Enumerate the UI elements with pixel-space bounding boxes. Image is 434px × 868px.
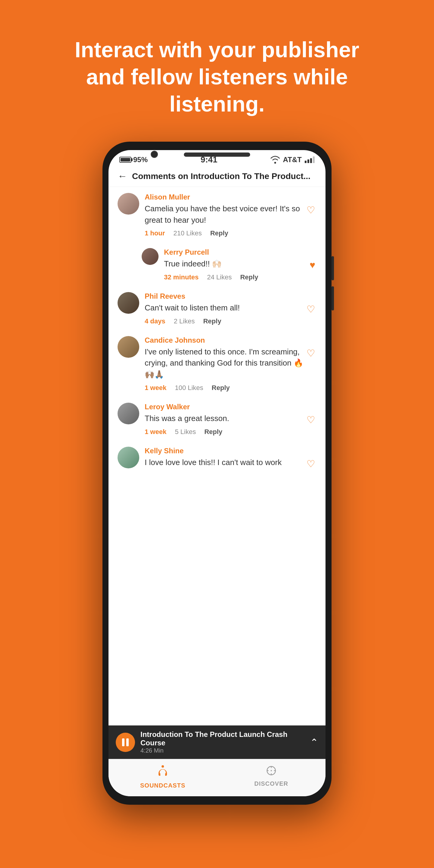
app-bar-title: Comments on Introduction To The Product.…: [132, 172, 310, 181]
battery-status: 95%: [119, 156, 148, 164]
comment-author: Kerry Purcell: [164, 248, 316, 256]
comment-body: Alison Muller Camelia you have the best …: [145, 193, 316, 237]
phone-frame: 95% 9:41 AT&T ←: [102, 142, 332, 805]
comment-text: This was a great lesson.: [145, 413, 305, 424]
comment-item: Phil Reeves Can't wait to listen them al…: [118, 292, 316, 325]
avatar: [118, 447, 139, 468]
avatar: [118, 292, 139, 314]
mini-player-info: Introduction To The Product Launch Crash…: [141, 730, 305, 754]
comment-meta: 32 minutes 24 Likes Reply: [164, 273, 308, 281]
mini-player: Introduction To The Product Launch Crash…: [108, 725, 326, 759]
bottom-nav: SOUNDCASTS DISCOVER: [108, 759, 326, 796]
comment-author: Kelly Shine: [145, 447, 316, 455]
avatar: [142, 248, 158, 265]
signal-bars: [305, 156, 315, 163]
comment-body: Kerry Purcell True indeed!! 🙌🏻 32 minute…: [164, 248, 316, 281]
pause-button[interactable]: [116, 733, 135, 752]
comment-row: This was a great lesson. 1 week 5 Likes …: [145, 413, 316, 436]
carrier-name: AT&T: [283, 156, 302, 164]
reply-button[interactable]: Reply: [203, 317, 221, 325]
discover-label: DISCOVER: [254, 780, 288, 787]
phone-wrapper: 95% 9:41 AT&T ←: [102, 142, 332, 805]
like-button[interactable]: ♡: [305, 203, 316, 237]
like-button[interactable]: ♡: [305, 302, 316, 325]
comment-text: True indeed!! 🙌🏻: [164, 258, 308, 270]
comment-likes: 210 Likes: [173, 229, 202, 237]
comment-row: Camelia you have the best voice ever! It…: [145, 203, 316, 237]
discover-icon: [266, 765, 277, 778]
pause-icon: [122, 738, 129, 746]
like-button[interactable]: ♡: [305, 457, 316, 472]
status-right: AT&T: [270, 156, 315, 164]
camera-notch: [184, 153, 250, 157]
comment-time: 1 week: [145, 384, 166, 392]
phone-screen: 95% 9:41 AT&T ←: [108, 150, 326, 796]
comment-meta: 1 week 5 Likes Reply: [145, 428, 305, 436]
camera-dot: [151, 151, 158, 158]
comment-row: I love love love this!! I can't wait to …: [145, 457, 316, 472]
comment-item: Candice Johnson I've only listened to th…: [118, 336, 316, 392]
comment-author: Phil Reeves: [145, 292, 316, 301]
avatar: [118, 193, 139, 215]
comments-list: Alison Muller Camelia you have the best …: [108, 187, 326, 725]
comment-body: Phil Reeves Can't wait to listen them al…: [145, 292, 316, 325]
comment-text: Can't wait to listen them all!: [145, 302, 305, 314]
mini-player-duration: 4:26 Min: [141, 747, 305, 754]
comment-item: Alison Muller Camelia you have the best …: [118, 193, 316, 237]
comment-row: Can't wait to listen them all! 4 days 2 …: [145, 302, 316, 325]
like-button[interactable]: ♥: [308, 258, 316, 281]
comment-text: I've only listened to this once. I'm scr…: [145, 346, 305, 380]
soundcasts-label: SOUNDCASTS: [140, 782, 185, 789]
nav-item-soundcasts[interactable]: SOUNDCASTS: [108, 759, 217, 796]
comment-time: 4 days: [145, 317, 165, 325]
comment-body: Candice Johnson I've only listened to th…: [145, 336, 316, 392]
comment-likes: 24 Likes: [207, 273, 232, 281]
comment-author: Alison Muller: [145, 193, 316, 201]
back-button[interactable]: ←: [118, 170, 127, 182]
comment-body: Kelly Shine I love love love this!! I ca…: [145, 447, 316, 472]
like-button[interactable]: ♡: [305, 346, 316, 392]
comment-meta: 4 days 2 Likes Reply: [145, 317, 305, 325]
comment-author: Leroy Walker: [145, 403, 316, 411]
comment-likes: 5 Likes: [175, 428, 196, 436]
comment-likes: 100 Likes: [175, 384, 203, 392]
hero-text: Interact with your publisher and fellow …: [60, 36, 374, 118]
avatar: [118, 403, 139, 424]
comment-text: Camelia you have the best voice ever! It…: [145, 203, 305, 226]
comment-item-reply: Kerry Purcell True indeed!! 🙌🏻 32 minute…: [142, 248, 316, 281]
like-button[interactable]: ♡: [305, 413, 316, 436]
comment-time: 32 minutes: [164, 273, 198, 281]
headphones-icon: [157, 768, 168, 780]
app-bar: ← Comments on Introduction To The Produc…: [108, 167, 326, 187]
reply-button[interactable]: Reply: [204, 428, 222, 436]
comment-row: I've only listened to this once. I'm scr…: [145, 346, 316, 392]
expand-player-button[interactable]: ⌃: [310, 737, 318, 748]
soundcasts-dot: [161, 765, 164, 768]
comment-meta: 1 hour 210 Likes Reply: [145, 229, 305, 237]
reply-button[interactable]: Reply: [212, 384, 230, 392]
nav-item-discover[interactable]: DISCOVER: [217, 759, 326, 796]
comment-time: 1 hour: [145, 229, 165, 237]
comment-body: Leroy Walker This was a great lesson. 1 …: [145, 403, 316, 436]
comment-item: Leroy Walker This was a great lesson. 1 …: [118, 403, 316, 436]
comment-likes: 2 Likes: [174, 317, 195, 325]
comment-item: Kelly Shine I love love love this!! I ca…: [118, 447, 316, 472]
volume-up-button[interactable]: [332, 256, 334, 280]
comment-text: I love love love this!! I can't wait to …: [145, 457, 305, 468]
comment-row: True indeed!! 🙌🏻 32 minutes 24 Likes Rep…: [164, 258, 316, 281]
mini-player-title: Introduction To The Product Launch Crash…: [141, 730, 305, 747]
volume-down-button[interactable]: [332, 286, 334, 310]
reply-button[interactable]: Reply: [240, 273, 258, 281]
hero-section: Interact with your publisher and fellow …: [0, 0, 434, 142]
wifi-icon: [270, 156, 280, 164]
svg-point-1: [271, 770, 272, 771]
comment-author: Candice Johnson: [145, 336, 316, 344]
reply-button[interactable]: Reply: [210, 229, 228, 237]
comment-time: 1 week: [145, 428, 166, 436]
comment-meta: 1 week 100 Likes Reply: [145, 384, 305, 392]
avatar: [118, 336, 139, 358]
battery-percent: 95%: [133, 156, 148, 164]
